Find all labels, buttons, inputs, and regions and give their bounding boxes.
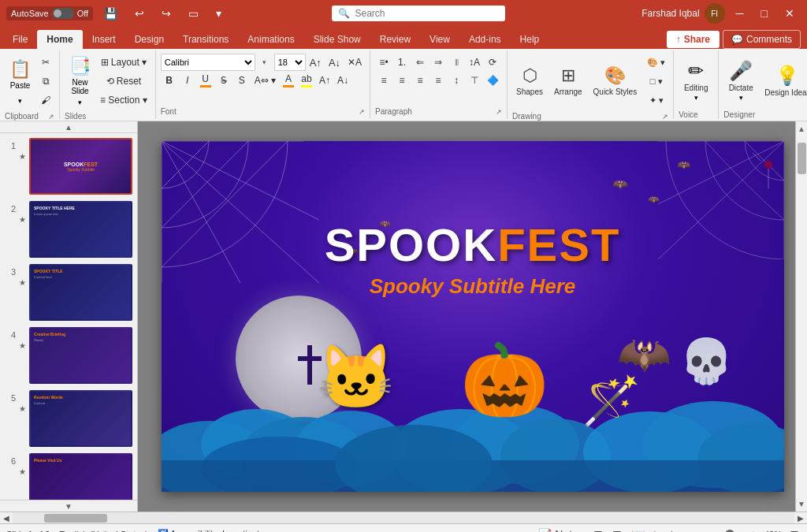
redo-button[interactable]: ↪ [155,5,177,22]
slideshow-button[interactable]: ▶ [653,526,664,533]
text-direction-button[interactable]: ↕A [466,54,483,71]
reset-button[interactable]: ⟲ Reset [97,73,151,90]
tab-home[interactable]: Home [37,30,82,49]
textshadow-button[interactable]: S [233,72,251,89]
tab-view[interactable]: View [420,30,459,49]
justify-button[interactable]: ≡ [430,72,447,89]
tab-help[interactable]: Help [511,30,549,49]
align-right-button[interactable]: ≡ [411,72,429,89]
normal-view-button[interactable]: ⊞ [592,526,604,533]
h-scroll-right-button[interactable]: ▶ [794,514,807,523]
copy-button[interactable]: ⧉ [37,73,54,90]
accessibility-button[interactable]: ♿ Accessibility: Investigate [158,529,265,532]
design-ideas-button[interactable]: 💡 Design Ideas [760,54,807,107]
quick-styles-button[interactable]: 🎨 Quick Styles [589,58,642,105]
font-highlight-button[interactable]: ab [298,72,315,89]
reading-view-button[interactable]: 📖 [630,526,646,533]
slide-scroll-up-button[interactable]: ▲ [63,121,74,133]
slide-title-area[interactable]: SPOOKFEST Spooky Subtitle Here [325,218,621,299]
present-button[interactable]: ▭ [182,5,205,22]
tab-design[interactable]: Design [125,30,173,49]
new-slide-button[interactable]: 📑 NewSlide ▾ [65,54,95,108]
slide-thumb-1[interactable]: SPOOKFEST Spooky Subtitle [29,138,132,195]
save-button[interactable]: 💾 [98,5,124,22]
bullets-button[interactable]: ≡• [375,54,392,71]
scroll-down-arrow[interactable]: ▼ [796,498,807,510]
close-button[interactable]: ✕ [779,5,801,22]
slide-item-6[interactable]: 6 ★ Please Visit Us [3,452,134,500]
scroll-thumb[interactable] [798,143,806,174]
tab-review[interactable]: Review [370,30,420,49]
decrease-indent-button[interactable]: ⇐ [411,54,429,71]
shape-fill-button[interactable]: 🎨 ▾ [644,54,668,71]
section-button[interactable]: ≡ Section ▾ [97,91,151,109]
slide-thumb-6[interactable]: Please Visit Us [29,453,132,500]
paste-button[interactable]: 📋 Paste ▾ [5,54,35,108]
slide-thumb-5[interactable]: Random Words Content [29,390,132,447]
format-painter-button[interactable]: 🖌 [37,91,54,109]
font-expand-icon[interactable]: ↗ [359,108,365,116]
font-size-select[interactable]: 18 [274,54,306,71]
shape-effects-button[interactable]: ✦ ▾ [644,91,668,109]
scroll-up-arrow[interactable]: ▲ [796,123,807,135]
zoom-in-button[interactable]: + [749,526,758,533]
slide-item-5[interactable]: 5 ★ Random Words Content [3,389,134,448]
font-name-dropdown[interactable]: ▾ [256,54,273,71]
fit-slide-button[interactable]: ⊡ [788,526,801,533]
search-input[interactable] [355,8,496,19]
slide-item-2[interactable]: 2 ★ SPOOKY TITLE HERE Lorem ipsum text [3,199,134,259]
minimize-button[interactable]: ─ [730,5,750,22]
font-size-decrease-button[interactable]: A↓ [325,54,344,71]
columns-button[interactable]: ⫴ [448,54,465,71]
customize-button[interactable]: ▾ [210,5,228,22]
strikethrough-button[interactable]: S̶ [215,72,232,89]
drawing-expand-icon[interactable]: ↗ [662,113,668,121]
main-slide[interactable]: 🦇 🦇 🦇 🦇 🦇 SPOOKFEST Spooky Subtitle Here [162,141,784,492]
layout-button[interactable]: ⊞ Layout ▾ [97,54,151,71]
align-left-button[interactable]: ≡ [375,72,392,89]
underline-button[interactable]: U [197,72,214,89]
arrange-button[interactable]: ⊞ Arrange [550,58,586,105]
notes-button[interactable]: 📝 Notes [537,526,585,533]
bold-button[interactable]: B [161,72,178,89]
italic-button[interactable]: I [179,72,196,89]
h-scroll-thumb[interactable] [44,514,107,523]
char-spacing-button[interactable]: A⇔ ▾ [251,72,279,89]
shape-outline-button[interactable]: □ ▾ [644,73,668,90]
shapes-button[interactable]: ⬡ Shapes [512,58,547,105]
tab-addins[interactable]: Add-ins [459,30,511,49]
increase-indent-button[interactable]: ⇒ [430,54,447,71]
add-smartart-button[interactable]: 🔷 [484,72,502,89]
slide-scroll-down-button[interactable]: ▼ [63,500,74,512]
align-text-button[interactable]: ⊤ [466,72,483,89]
undo-button[interactable]: ↩ [128,5,151,22]
paragraph-expand-icon[interactable]: ↗ [496,108,502,116]
tab-animations[interactable]: Animations [238,30,303,49]
tab-insert[interactable]: Insert [83,30,125,49]
line-spacing-button[interactable]: ↕ [448,72,465,89]
tab-file[interactable]: File [3,30,37,49]
font-size-row-decrease[interactable]: A↓ [334,72,351,89]
h-scroll-left-button[interactable]: ◀ [0,514,13,523]
dictate-button[interactable]: 🎤 Dictate ▾ [723,54,758,107]
font-size-row-increase[interactable]: A↑ [316,72,333,89]
clear-formatting-button[interactable]: ✕A [344,54,365,71]
slide-item-4[interactable]: 4 ★ Creative Briefing Details [3,326,134,385]
font-color-button[interactable]: A [280,72,297,89]
convert-smartart-button[interactable]: ⟳ [484,54,501,71]
slide-item-3[interactable]: 3 ★ SPOOKY TITLE Content here [3,262,134,322]
slide-thumb-3[interactable]: SPOOKY TITLE Content here [29,264,132,321]
slide-thumb-4[interactable]: Creative Briefing Details [29,327,132,384]
font-size-increase-button[interactable]: A↑ [307,54,325,71]
cut-button[interactable]: ✂ [37,54,54,71]
slide-sorter-button[interactable]: ⊟ [611,526,623,533]
numbering-button[interactable]: 1. [393,54,411,71]
align-center-button[interactable]: ≡ [393,72,411,89]
font-name-select[interactable]: Calibri [161,54,255,71]
clipboard-expand-icon[interactable]: ↗ [48,113,54,121]
maximize-button[interactable]: □ [755,5,774,22]
tab-slideshow[interactable]: Slide Show [304,30,370,49]
search-box[interactable]: 🔍 [332,6,505,21]
autosave-toggle[interactable] [52,8,74,19]
editing-button[interactable]: ✏ Editing ▾ [679,54,713,107]
